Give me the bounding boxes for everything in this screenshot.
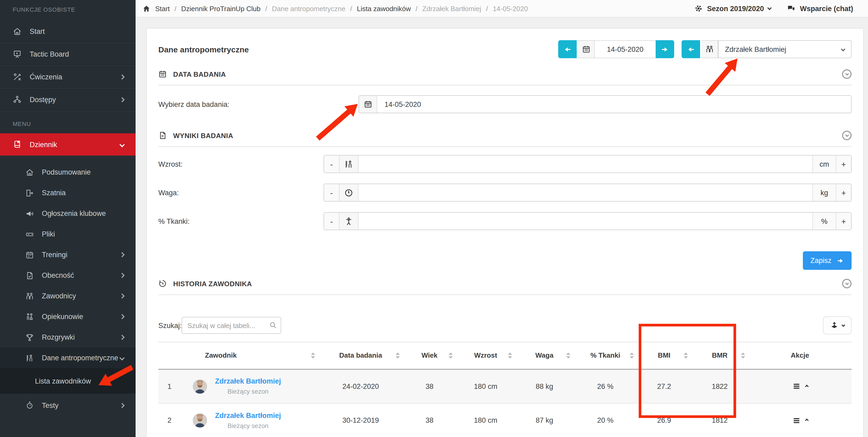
export-button[interactable] [823, 316, 851, 334]
weight: 88 kg [515, 369, 574, 403]
home-icon [25, 168, 34, 176]
breadcrumb-item[interactable]: Dziennik ProTrainUp Club [181, 4, 260, 12]
breadcrumb-item[interactable]: Lista zawodników [357, 4, 411, 12]
player-name-link[interactable]: Zdrzałek Bartłomiej [215, 377, 281, 386]
export-icon [830, 321, 839, 330]
sidebar-item-zawodnicy[interactable]: Zawodnicy [0, 286, 135, 306]
chevron-right-icon [119, 252, 125, 257]
avatar [193, 379, 207, 394]
bmi-value: 26.9 [637, 403, 691, 437]
fat-input[interactable] [359, 213, 812, 230]
search-input[interactable] [182, 317, 281, 334]
weight-input[interactable] [359, 184, 812, 201]
col-wiek[interactable]: Wiek [403, 342, 456, 369]
weight-increment-button[interactable]: + [836, 184, 851, 201]
breadcrumb-item[interactable]: Start [155, 4, 170, 12]
actions-menu-icon[interactable] [792, 416, 801, 425]
chevron-up-icon[interactable] [805, 384, 808, 388]
sidebar-item-lista-zawodnikow[interactable]: Lista zawodników [0, 368, 135, 394]
weight-unit: kg [812, 184, 836, 201]
date-prev-button[interactable] [558, 40, 577, 58]
col-bmi[interactable]: BMI [637, 342, 691, 369]
breadcrumb-item[interactable]: Dane antropometryczne [272, 4, 346, 12]
weight-decrement-button[interactable]: - [324, 184, 339, 201]
height-increment-button[interactable]: + [836, 156, 851, 172]
sidebar-item-cwiczenia[interactable]: Ćwiczenia [0, 66, 135, 88]
sidebar-section-menu: MENU [0, 111, 135, 132]
breadcrumb-separator: / [416, 4, 417, 12]
chevron-right-icon [119, 273, 125, 278]
player-prev-button[interactable] [682, 40, 700, 58]
chevron-up-icon[interactable] [805, 418, 808, 422]
weight-label: Waga: [158, 189, 323, 197]
col-zawodnik[interactable]: Zawodnik [181, 342, 318, 369]
col-waga[interactable]: Waga [515, 342, 574, 369]
chevron-down-icon [767, 5, 772, 10]
sidebar-item-rozgrywki[interactable]: Rozgrywki [0, 327, 135, 347]
height-input[interactable] [359, 156, 812, 172]
weight-input-group: - kg + [323, 183, 851, 202]
home-icon [13, 27, 22, 36]
sidebar-item-dane-antropometryczne[interactable]: Dane antropometryczne [0, 347, 135, 368]
document-icon [158, 131, 167, 140]
sort-icon [741, 352, 745, 359]
sidebar-item-ogloszenia[interactable]: Ogłoszenia klubowe [0, 203, 135, 224]
weight: 87 kg [515, 403, 574, 437]
sidebar-item-start[interactable]: Start [0, 20, 135, 43]
breadcrumb-separator: / [175, 4, 176, 12]
save-button[interactable]: Zapisz [803, 251, 851, 270]
col-bmr[interactable]: BMR [691, 342, 748, 369]
chevron-down-icon [841, 323, 845, 327]
collapse-section-button[interactable] [842, 69, 851, 79]
sidebar-item-tactic-board[interactable]: Tactic Board [0, 43, 135, 66]
table-header-row: Zawodnik Data badania Wiek Wzrost Waga %… [158, 342, 851, 369]
sidebar-dziennik-submenu: Podsumowanie Szatnia Ogłoszenia klubowe … [0, 156, 135, 417]
col-rownum [158, 342, 181, 369]
sort-icon [684, 352, 688, 359]
support-chat-link[interactable]: Wsparcie (chat) [787, 4, 853, 13]
sidebar-item-szatnia[interactable]: Szatnia [0, 182, 135, 203]
date-nav-value[interactable]: 14-05-2020 [595, 40, 656, 58]
player-name-link[interactable]: Zdrzałek Bartłomiej [215, 411, 281, 420]
exam-date-input[interactable]: 14-05-2020 [359, 95, 851, 113]
col-tkanki[interactable]: % Tkanki [574, 342, 637, 369]
sidebar-item-treningi[interactable]: Treningi [0, 244, 135, 265]
collapse-section-button[interactable] [842, 131, 851, 140]
sidebar-item-dziennik[interactable]: Dziennik [0, 133, 135, 156]
fat-increment-button[interactable]: + [836, 213, 851, 230]
actions-cell [748, 369, 851, 403]
height-unit: cm [812, 156, 836, 172]
sidebar-item-podsumowanie[interactable]: Podsumowanie [0, 162, 135, 182]
avatar [193, 413, 207, 428]
section-historia-zawodnika: HISTORIA ZAWODNIKA [158, 277, 851, 290]
collapse-section-button[interactable] [842, 279, 851, 288]
board-icon [13, 49, 22, 59]
height-decrement-button[interactable]: - [324, 156, 339, 172]
age: 38 [403, 369, 456, 403]
actions-menu-icon[interactable] [792, 382, 801, 391]
player-select[interactable]: Zdrzałek Bartłomiej [718, 40, 851, 58]
season-selector[interactable]: Sezon 2019/2020 [694, 4, 771, 13]
sidebar-section-personal: FUNKCJE OSOBISTE [0, 0, 135, 20]
table-row: 1 Zdrzałek Bartłomiej Bieżący sezon 24-0… [158, 369, 851, 403]
sort-icon [630, 352, 634, 359]
section-divider [158, 85, 851, 86]
date-next-button[interactable] [656, 40, 674, 58]
col-data-badania[interactable]: Data badania [318, 342, 403, 369]
fat-label: % Tkanki: [158, 217, 323, 225]
attendance-icon [25, 271, 34, 279]
sidebar-item-testy[interactable]: Testy [0, 394, 135, 417]
height-ruler-icon [339, 156, 359, 172]
col-wzrost[interactable]: Wzrost [456, 342, 515, 369]
anthropometry-icon [25, 354, 34, 362]
sidebar-item-pliki[interactable]: Pliki [0, 224, 135, 244]
sidebar-item-dostepy[interactable]: Dostępy [0, 88, 135, 111]
breadcrumb-item[interactable]: Zdrzałek Bartłomiej [422, 4, 482, 12]
topbar: Start / Dziennik ProTrainUp Club / Dane … [135, 0, 868, 18]
section-title: DATA BADANIA [173, 70, 226, 78]
sidebar-item-opiekunowie[interactable]: Opiekunowie [0, 306, 135, 327]
history-table: Zawodnik Data badania Wiek Wzrost Waga %… [158, 342, 851, 437]
fat-decrement-button[interactable]: - [324, 213, 339, 230]
sidebar-item-obecnosc[interactable]: Obecność [0, 265, 135, 286]
bmi-value: 27.2 [637, 369, 691, 403]
